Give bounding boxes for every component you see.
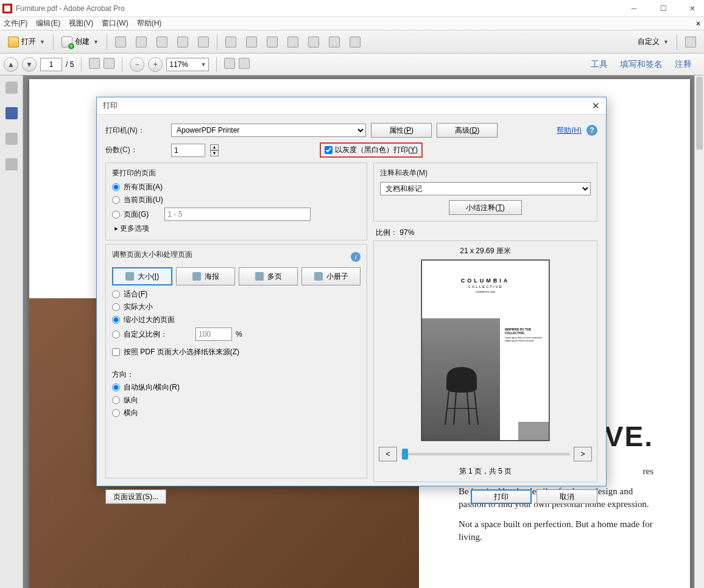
slider-thumb[interactable] (402, 449, 408, 460)
more-options[interactable]: ▸ 更多选项 (114, 223, 361, 234)
page-setup-button[interactable]: 页面设置(S)... (105, 489, 166, 504)
properties-button[interactable]: 属性(P) (371, 123, 432, 138)
save-button[interactable] (111, 33, 130, 51)
menu-window[interactable]: 窗口(W) (102, 18, 128, 29)
mail-button[interactable] (194, 33, 213, 51)
tool-btn-7[interactable] (345, 33, 365, 51)
custom-scale-input[interactable] (195, 327, 232, 341)
hand-tool[interactable] (104, 58, 114, 71)
edit-button[interactable] (173, 33, 192, 51)
grayscale-checkbox[interactable] (325, 146, 333, 154)
all-pages-label: 所有页面(A) (124, 182, 163, 192)
copies-spinner[interactable]: ▲▼ (210, 144, 219, 156)
pages-range-input[interactable] (164, 208, 311, 221)
paper-source-checkbox[interactable] (112, 348, 120, 356)
tool-btn-6[interactable] (325, 33, 344, 51)
custom-scale-radio[interactable] (112, 331, 120, 338)
close-button[interactable]: ✕ (683, 4, 702, 13)
right-panels: 工具 填写和签名 注释 (591, 59, 700, 70)
pv-corner (518, 422, 549, 440)
comments-select[interactable]: 文档和标记 (380, 182, 591, 195)
printer-label: 打印机(N)： (105, 125, 166, 136)
cloud-button[interactable] (132, 33, 151, 51)
copies-input[interactable] (171, 144, 205, 157)
fit-page-button[interactable] (239, 58, 250, 71)
help-icon[interactable]: ? (586, 125, 597, 136)
orient-auto-label: 自动纵向/横向(R) (124, 382, 180, 393)
orient-landscape-rad修改[interactable] (112, 409, 120, 417)
tools-panel[interactable]: 工具 (591, 59, 608, 70)
fit-width-button[interactable] (224, 58, 235, 71)
tool-btn-2[interactable] (242, 33, 261, 51)
print-button[interactable] (152, 33, 172, 51)
gear-icon (225, 37, 236, 47)
scale-label: 比例： (376, 228, 398, 237)
menu-edit[interactable]: 编辑(E) (36, 18, 60, 29)
help-link[interactable]: 帮助(H) (557, 125, 582, 136)
open-button[interactable]: 打开▼ (4, 33, 49, 51)
select-tool[interactable] (89, 58, 100, 71)
fillsign-panel[interactable]: 填写和签名 (620, 59, 663, 70)
thumbnails-icon[interactable] (5, 82, 18, 94)
page-number-input[interactable] (40, 58, 62, 71)
zoom-in-button[interactable]: + (148, 57, 163, 72)
vertical-scrollbar[interactable] (694, 75, 704, 588)
advanced-button[interactable]: 高级(D) (437, 123, 498, 138)
scroll-thumb[interactable] (696, 77, 703, 150)
window-titlebar: Furniture.pdf - Adobe Acrobat Pro ─ ☐ ✕ (0, 0, 704, 17)
create-button[interactable]: 创建▼ (57, 33, 103, 51)
printer-select[interactable]: ApowerPDF Printer (171, 124, 366, 137)
zoom-select[interactable]: 117%▼ (166, 58, 209, 71)
actual-radio[interactable] (112, 303, 120, 311)
signatures-icon[interactable] (5, 158, 18, 170)
create-icon (62, 37, 72, 47)
shrink-radio[interactable] (112, 316, 120, 324)
tab-booklet[interactable]: 小册子 (301, 267, 361, 285)
page-up-button[interactable]: ▲ (4, 57, 18, 72)
current-page-label: 当前页面(U) (124, 195, 163, 205)
customize-button[interactable]: 自定义▼ (633, 33, 673, 51)
tab-poster[interactable]: 海报 (176, 267, 235, 285)
orient-portrait-radio[interactable] (112, 396, 120, 404)
preview-next-button[interactable]: > (574, 447, 592, 461)
tool-btn-5[interactable] (304, 33, 323, 51)
fullscreen-button[interactable] (681, 33, 700, 51)
multi-icon (255, 272, 264, 281)
all-pages-radio[interactable] (112, 183, 120, 191)
tab-multi[interactable]: 多页 (239, 267, 298, 285)
pv-image (422, 318, 500, 440)
menu-help[interactable]: 帮助(H) (137, 18, 162, 29)
pages-range-radio[interactable] (112, 211, 120, 219)
menu-file[interactable]: 文件(F) (4, 18, 27, 29)
preview-slider[interactable] (401, 453, 570, 455)
doc-close-button[interactable]: × (696, 19, 700, 28)
window-buttons: ─ ☐ ✕ (625, 4, 702, 13)
current-page-radio[interactable] (112, 196, 120, 204)
orient-auto-radio[interactable] (112, 383, 120, 391)
info-icon[interactable]: i (351, 252, 361, 262)
tab-size[interactable]: 大小(I) (112, 267, 172, 285)
pv-inspired: INSPIRED BY THE COLLECTIVE. (505, 327, 543, 335)
summarize-button[interactable]: 小结注释(T) (449, 200, 522, 215)
attachments-icon[interactable] (5, 133, 18, 145)
maximize-button[interactable]: ☐ (654, 4, 672, 13)
cursor-icon (89, 58, 100, 69)
page-down-button[interactable]: ▼ (22, 57, 37, 72)
print-confirm-button[interactable]: 打印 (471, 489, 532, 504)
zoom-out-button[interactable]: − (130, 57, 144, 72)
tool-btn-1[interactable] (221, 33, 241, 51)
minimize-button[interactable]: ─ (625, 4, 643, 13)
preview-prev-button[interactable]: < (379, 447, 397, 461)
dialog-close-button[interactable]: ✕ (592, 100, 600, 111)
cancel-button[interactable]: 取消 (537, 489, 597, 504)
tool-btn-4[interactable] (283, 33, 303, 51)
menu-view[interactable]: 视图(V) (69, 18, 93, 29)
comment-panel[interactable]: 注释 (675, 59, 692, 70)
fit-radio[interactable] (112, 290, 120, 298)
actual-label: 实际大小 (124, 302, 153, 312)
tool-btn-3[interactable] (262, 33, 282, 51)
folder-icon (8, 37, 19, 47)
bubble-icon (246, 37, 257, 47)
bookmarks-icon[interactable] (5, 107, 18, 119)
fitpage-icon (239, 58, 250, 69)
